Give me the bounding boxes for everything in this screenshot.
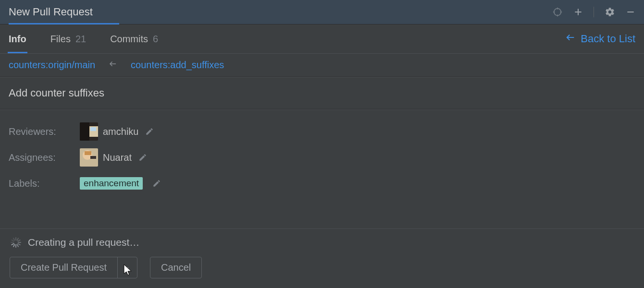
tab-files[interactable]: Files 21 <box>50 24 86 53</box>
assignee-name: Nuarat <box>103 152 132 163</box>
label-chip[interactable]: enhancement <box>80 177 143 190</box>
tab-count: 21 <box>75 34 86 45</box>
tab-bar: Info Files 21 Commits 6 Back to List <box>0 24 644 53</box>
arrow-left-icon <box>565 32 576 46</box>
edit-labels-icon[interactable] <box>152 179 161 188</box>
status-text: Creating a pull request… <box>28 237 139 248</box>
arrow-left-icon <box>109 60 117 71</box>
back-link-text: Back to List <box>581 33 635 45</box>
tab-label: Info <box>9 34 26 45</box>
tab-info[interactable]: Info <box>9 24 26 53</box>
svg-rect-11 <box>80 122 89 141</box>
svg-rect-13 <box>90 127 96 131</box>
chevron-down-icon[interactable] <box>118 257 137 278</box>
title-input-row <box>0 77 644 109</box>
tab-commits[interactable]: Commits 6 <box>110 24 158 53</box>
avatar <box>80 122 98 141</box>
edit-assignees-icon[interactable] <box>138 153 147 162</box>
assignees-row: Assignees: Nuarat <box>9 144 635 170</box>
metadata-section: Reviewers: amchiku Assignees: Nuarat Lab… <box>0 119 644 196</box>
footer: Creating a pull request… Create Pull Req… <box>0 228 644 288</box>
base-branch-link[interactable]: counters:origin/main <box>9 60 95 71</box>
svg-rect-17 <box>90 156 96 159</box>
header-actions <box>552 7 635 17</box>
create-pr-button-label: Create Pull Request <box>10 257 118 278</box>
header-divider <box>594 7 594 17</box>
svg-rect-16 <box>85 151 91 155</box>
back-to-list-link[interactable]: Back to List <box>565 32 635 46</box>
minimize-icon[interactable] <box>626 7 635 17</box>
window-title: New Pull Request <box>9 6 93 18</box>
svg-point-0 <box>554 9 561 16</box>
tab-label: Files <box>50 34 71 45</box>
compare-branch-link[interactable]: counters:add_suffixes <box>131 60 224 71</box>
pr-title-input[interactable] <box>0 80 644 106</box>
reviewer-name: amchiku <box>103 126 138 137</box>
branch-selector-row: counters:origin/main counters:add_suffix… <box>0 53 644 77</box>
tab-count: 6 <box>153 34 158 45</box>
labels-row: Labels: enhancement <box>9 170 635 196</box>
gear-icon[interactable] <box>605 7 615 17</box>
reviewers-row: Reviewers: amchiku <box>9 119 635 144</box>
button-row: Create Pull Request Cancel <box>10 257 634 278</box>
cancel-button[interactable]: Cancel <box>150 257 202 278</box>
assignees-label: Assignees: <box>9 152 80 163</box>
target-icon[interactable] <box>552 7 563 17</box>
status-row: Creating a pull request… <box>10 237 634 248</box>
labels-label: Labels: <box>9 178 80 189</box>
spinner-icon <box>11 237 21 248</box>
spacer <box>0 109 644 119</box>
plus-icon[interactable] <box>573 7 583 17</box>
title-wrap: New Pull Request <box>9 0 93 24</box>
reviewers-label: Reviewers: <box>9 126 80 137</box>
create-pr-button[interactable]: Create Pull Request <box>10 257 137 278</box>
window-header: New Pull Request <box>0 0 644 24</box>
tab-label: Commits <box>110 34 148 45</box>
edit-reviewers-icon[interactable] <box>145 127 154 136</box>
avatar <box>80 148 98 167</box>
